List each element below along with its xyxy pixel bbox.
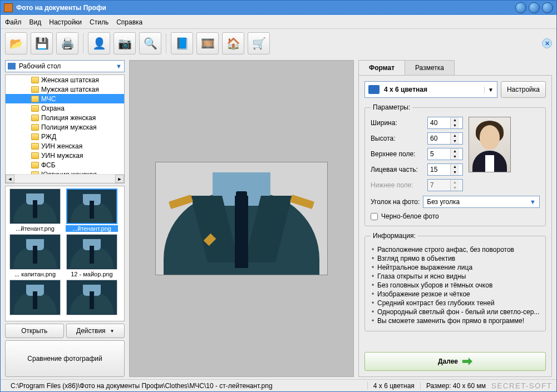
info-fieldset: Информация: Расположение строго анфас, б… bbox=[364, 232, 546, 331]
folder-icon bbox=[31, 96, 39, 102]
width-label: Ширина: bbox=[371, 119, 424, 127]
height-spin[interactable]: ▲▼ bbox=[427, 132, 463, 145]
status-path: C:\Program Files (x86)\Фото на документы… bbox=[5, 382, 367, 390]
info-item: Взгляд прямо в объектив bbox=[371, 254, 540, 263]
minimize-button[interactable] bbox=[515, 2, 526, 13]
format-value: 4 x 6 цветная bbox=[384, 86, 427, 93]
info-item: Глаза открыты и ясно видны bbox=[371, 272, 540, 281]
face-spin[interactable]: ▲▼ bbox=[427, 163, 463, 176]
close-button[interactable] bbox=[542, 2, 553, 13]
toolbar-zoom-icon[interactable]: 🔍 bbox=[139, 32, 161, 54]
tree-item[interactable]: Полиция мужская bbox=[6, 122, 124, 132]
maximize-button[interactable] bbox=[529, 2, 540, 13]
tree-item-label: Охрана bbox=[41, 105, 65, 112]
arrow-right-icon bbox=[462, 358, 472, 365]
actions-button[interactable]: Действия▼ bbox=[66, 324, 125, 338]
folder-icon bbox=[31, 105, 39, 112]
menubar: Файл Вид Настройки Стиль Справка bbox=[1, 15, 556, 28]
info-list: Расположение строго анфас, без поворотов… bbox=[371, 245, 540, 325]
info-item: Однородный светлый фон - белый или светл… bbox=[371, 307, 540, 316]
tree-item-label: ФСБ bbox=[41, 161, 56, 169]
toolbar-video-icon[interactable]: 🎞️ bbox=[196, 32, 219, 54]
toolbar-close-icon[interactable]: ✕ bbox=[542, 38, 552, 48]
folder-icon bbox=[31, 162, 39, 168]
tab-layout[interactable]: Разметка bbox=[405, 60, 455, 75]
menu-help[interactable]: Справка bbox=[116, 18, 142, 26]
folder-tree[interactable]: Женская штатскаяМужская штатскаяМЧСОхран… bbox=[5, 75, 125, 183]
thumbnail[interactable]: ... капитан.png bbox=[8, 234, 62, 277]
thumb-label: ... капитан.png bbox=[9, 271, 61, 277]
info-item: Вы сможете заменить фон прямо в программ… bbox=[371, 316, 540, 325]
tab-format[interactable]: Формат bbox=[358, 60, 405, 75]
tree-item-label: Мужская штатская bbox=[41, 86, 99, 93]
right-panel: Формат Разметка 4 x 6 цветная ▼ Настройк… bbox=[358, 60, 552, 377]
tree-item-label: Женская штатская bbox=[41, 76, 99, 84]
toolbar-help-icon[interactable]: 📘 bbox=[171, 32, 193, 54]
tree-item[interactable]: ФСБ bbox=[6, 160, 124, 170]
thumbnail-grid[interactable]: ...йтенант.png...йтенант.png... капитан.… bbox=[5, 186, 125, 321]
tree-item-label: УИН женская bbox=[41, 142, 82, 150]
folder-icon bbox=[31, 152, 39, 159]
folder-icon bbox=[31, 77, 39, 83]
tree-item[interactable]: МЧС bbox=[6, 94, 124, 103]
menu-file[interactable]: Файл bbox=[5, 18, 22, 26]
app-title: Фото на документы Профи bbox=[16, 4, 515, 12]
tree-item[interactable]: УИН женская bbox=[6, 141, 124, 151]
path-selector[interactable]: Рабочий стол ▼ bbox=[5, 60, 125, 72]
info-item: Нейтральное выражение лица bbox=[371, 263, 540, 272]
tree-item[interactable]: УИН мужская bbox=[6, 151, 124, 160]
height-label: Высота: bbox=[371, 135, 424, 142]
menu-style[interactable]: Стиль bbox=[90, 18, 109, 26]
folder-icon bbox=[31, 86, 39, 93]
folder-icon bbox=[31, 124, 39, 131]
sample-photo bbox=[469, 117, 511, 172]
chevron-down-icon: ▼ bbox=[530, 199, 536, 205]
top-spin[interactable]: ▲▼ bbox=[427, 148, 463, 160]
tree-item[interactable]: Женская штатская bbox=[6, 75, 124, 85]
width-spin[interactable]: ▲▼ bbox=[427, 117, 463, 129]
toolbar-save-icon[interactable]: 💾 bbox=[31, 32, 53, 54]
tree-item[interactable]: Охрана bbox=[6, 103, 124, 113]
thumbnail[interactable] bbox=[65, 280, 119, 316]
menu-view[interactable]: Вид bbox=[29, 18, 42, 26]
toolbar-home-icon[interactable]: 🏠 bbox=[222, 32, 244, 54]
toolbar-camera-icon[interactable]: 📷 bbox=[114, 32, 136, 54]
tree-item[interactable]: Полиция женская bbox=[6, 113, 124, 122]
tree-item-label: МЧС bbox=[41, 95, 56, 103]
info-item: Средний контраст без глубоких теней bbox=[371, 299, 540, 307]
thumb-label: 12 - майор.png bbox=[66, 271, 118, 277]
toolbar-print-icon[interactable]: 🖨️ bbox=[56, 32, 78, 54]
tree-item[interactable]: РЖД bbox=[6, 132, 124, 141]
desktop-icon bbox=[8, 63, 16, 70]
next-button[interactable]: Далее bbox=[364, 352, 546, 371]
setup-button[interactable]: Настройка bbox=[501, 81, 546, 98]
open-button[interactable]: Открыть bbox=[5, 324, 64, 338]
tree-item[interactable]: Мужская штатская bbox=[6, 85, 124, 94]
menu-settings[interactable]: Настройки bbox=[49, 18, 82, 26]
toolbar-user-icon[interactable]: 👤 bbox=[88, 32, 110, 54]
thumbnail[interactable] bbox=[8, 280, 62, 316]
bottom-spin: ▲▼ bbox=[427, 179, 463, 191]
status-size: Размер: 40 x 60 мм bbox=[420, 382, 491, 390]
thumbnail[interactable]: 12 - майор.png bbox=[65, 234, 119, 277]
titlebar: Фото на документы Профи bbox=[1, 1, 556, 15]
params-fieldset: Параметры: Ширина: ▲▼ Высота: ▲▼ Верхнее… bbox=[364, 103, 546, 226]
status-format: 4 x 6 цветная bbox=[367, 382, 420, 390]
app-icon bbox=[4, 3, 13, 12]
bw-checkbox[interactable] bbox=[371, 213, 378, 220]
thumbnail[interactable]: ...йтенант.png bbox=[8, 188, 62, 232]
thumbnail[interactable]: ...йтенант.png bbox=[65, 188, 119, 232]
corner-select[interactable]: Без уголка ▼ bbox=[423, 196, 540, 208]
info-legend: Информация: bbox=[371, 232, 418, 240]
scroll-right[interactable]: ► bbox=[115, 175, 124, 183]
toolbar-open-icon[interactable]: 📂 bbox=[5, 32, 27, 54]
chevron-down-icon: ▼ bbox=[116, 63, 122, 70]
toolbar-cart-icon[interactable]: 🛒 bbox=[248, 32, 270, 54]
params-legend: Параметры: bbox=[371, 103, 412, 111]
format-select[interactable]: 4 x 6 цветная ▼ bbox=[364, 81, 497, 98]
folder-icon bbox=[31, 143, 39, 150]
bottom-label: Нижнее поле: bbox=[371, 181, 424, 189]
info-item: Изображение резкое и чёткое bbox=[371, 290, 540, 299]
compare-button[interactable]: Сравнение фотографий bbox=[5, 340, 125, 377]
scroll-left[interactable]: ◄ bbox=[6, 175, 14, 183]
